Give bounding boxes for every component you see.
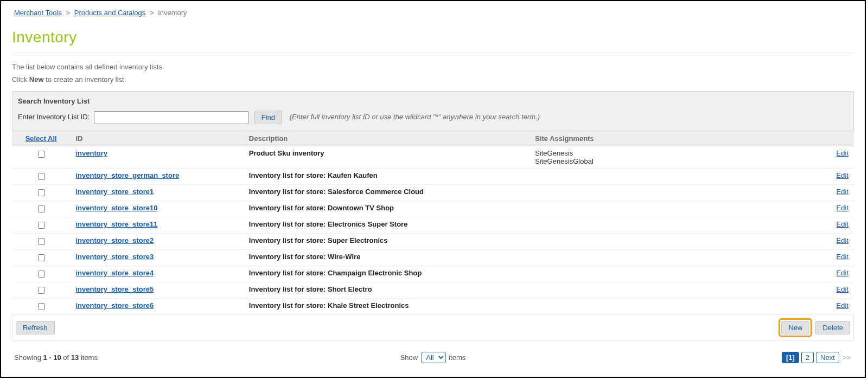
row-select-cell: [12, 217, 70, 234]
row-id-cell: inventory_store_store6: [70, 299, 243, 315]
intro-line2: Click New to create an inventory list.: [12, 75, 854, 83]
select-all-link[interactable]: Select All: [25, 134, 57, 143]
row-edit-cell: Edit: [814, 169, 854, 185]
table-row: inventoryProduct Sku inventorySiteGenesi…: [12, 146, 854, 169]
row-select-checkbox[interactable]: [38, 287, 45, 294]
row-select-checkbox[interactable]: [38, 151, 45, 158]
row-edit-cell: Edit: [814, 201, 854, 217]
row-description: Inventory list for store: Downtown TV Sh…: [244, 201, 529, 217]
edit-link[interactable]: Edit: [837, 171, 848, 179]
inventory-id-link[interactable]: inventory_store_store3: [75, 253, 154, 261]
pager-summary: Showing 1 - 10 of 13 items: [14, 353, 98, 362]
edit-link[interactable]: Edit: [837, 220, 848, 228]
edit-link[interactable]: Edit: [837, 253, 848, 261]
table-row: inventory_store_store1Inventory list for…: [12, 185, 854, 201]
row-id-cell: inventory_store_store4: [70, 266, 243, 282]
row-edit-cell: Edit: [814, 185, 854, 201]
row-select-cell: [12, 201, 70, 217]
row-id-cell: inventory_store_store1: [70, 185, 243, 201]
row-select-cell: [12, 234, 70, 250]
pager-show: Show All items: [400, 352, 466, 363]
table-row: inventory_store_store11Inventory list fo…: [12, 217, 854, 234]
intro-text: The list below contains all defined inve…: [12, 63, 854, 83]
inventory-id-link[interactable]: inventory: [75, 149, 107, 157]
row-select-checkbox[interactable]: [38, 173, 45, 180]
row-select-checkbox[interactable]: [38, 303, 45, 310]
inventory-id-link[interactable]: inventory_store_store11: [75, 220, 157, 228]
row-description: Inventory list for store: Wire-Wire: [244, 250, 529, 266]
edit-link[interactable]: Edit: [837, 236, 848, 244]
row-edit-cell: Edit: [814, 299, 854, 315]
inventory-id-link[interactable]: inventory_store_german_store: [75, 171, 179, 179]
edit-link[interactable]: Edit: [837, 149, 848, 157]
row-select-cell: [12, 185, 70, 201]
row-site-assignments: [529, 185, 814, 201]
col-header-description: Description: [244, 131, 529, 146]
table-row: inventory_store_store10Inventory list fo…: [12, 201, 854, 217]
row-description: Inventory list for store: Short Electro: [244, 282, 529, 299]
edit-link[interactable]: Edit: [837, 301, 848, 310]
new-button[interactable]: New: [781, 321, 809, 334]
find-button[interactable]: Find: [254, 111, 282, 124]
page-next[interactable]: Next: [816, 352, 839, 363]
inventory-id-link[interactable]: inventory_store_store6: [75, 301, 154, 310]
pager-pages: [1] 2 Next >>: [782, 352, 852, 363]
page-2[interactable]: 2: [801, 352, 814, 363]
page-1[interactable]: [1]: [782, 352, 799, 363]
row-id-cell: inventory_store_store11: [70, 217, 243, 234]
row-edit-cell: Edit: [814, 217, 854, 234]
row-edit-cell: Edit: [814, 250, 854, 266]
inventory-table: Select All ID Description Site Assignmen…: [12, 131, 854, 315]
row-site-assignments: [529, 282, 814, 299]
inventory-id-link[interactable]: inventory_store_store1: [75, 188, 154, 196]
breadcrumb-products-catalogs[interactable]: Products and Catalogs: [74, 9, 146, 17]
intro-line1: The list below contains all defined inve…: [12, 63, 854, 71]
inventory-list-id-input[interactable]: [94, 111, 248, 124]
search-box-title: Search Inventory List: [18, 97, 848, 105]
row-select-checkbox[interactable]: [38, 205, 45, 212]
search-box: Search Inventory List Enter Inventory Li…: [12, 91, 854, 131]
row-select-cell: [12, 250, 70, 266]
row-id-cell: inventory_store_store3: [70, 250, 243, 266]
row-site-assignments: [529, 217, 814, 234]
row-select-checkbox[interactable]: [38, 238, 45, 245]
breadcrumb-merchant-tools[interactable]: Merchant Tools: [14, 9, 62, 17]
inventory-id-link[interactable]: inventory_store_store10: [75, 204, 157, 212]
row-edit-cell: Edit: [814, 234, 854, 250]
inventory-id-link[interactable]: inventory_store_store2: [75, 236, 154, 244]
row-select-checkbox[interactable]: [38, 270, 45, 278]
edit-link[interactable]: Edit: [837, 285, 848, 293]
row-id-cell: inventory_store_store10: [70, 201, 243, 217]
edit-link[interactable]: Edit: [837, 204, 848, 212]
row-site-assignments: [529, 169, 814, 185]
row-select-checkbox[interactable]: [38, 189, 45, 196]
col-header-id: ID: [70, 131, 243, 146]
row-select-cell: [12, 266, 70, 282]
pager-items-label: items: [449, 353, 465, 362]
table-row: inventory_store_store5Inventory list for…: [12, 282, 854, 299]
show-items-select[interactable]: All: [421, 352, 445, 363]
breadcrumb-sep: >: [64, 9, 73, 17]
edit-link[interactable]: Edit: [837, 269, 848, 277]
search-input-label: Enter Inventory List ID:: [18, 113, 90, 121]
page-last-arrow[interactable]: >>: [841, 353, 852, 362]
row-select-checkbox[interactable]: [38, 254, 45, 261]
edit-link[interactable]: Edit: [837, 188, 848, 196]
inventory-id-link[interactable]: inventory_store_store5: [75, 285, 154, 293]
divider: [12, 53, 854, 53]
inventory-id-link[interactable]: inventory_store_store4: [75, 269, 154, 277]
row-description: Inventory list for store: Electronics Su…: [244, 217, 529, 234]
row-select-cell: [12, 169, 70, 185]
row-select-cell: [12, 282, 70, 299]
row-select-checkbox[interactable]: [38, 222, 45, 229]
row-description: Inventory list for store: Kaufen Kaufen: [244, 169, 529, 185]
row-description: Inventory list for store: Super Electron…: [244, 234, 529, 250]
delete-button[interactable]: Delete: [815, 321, 850, 334]
row-edit-cell: Edit: [814, 266, 854, 282]
new-button-highlight: New: [778, 318, 812, 337]
row-site-assignments: [529, 234, 814, 250]
row-id-cell: inventory_store_german_store: [70, 169, 243, 185]
table-row: inventory_store_store4Inventory list for…: [12, 266, 854, 282]
refresh-button[interactable]: Refresh: [16, 321, 55, 334]
table-row: inventory_store_store3Inventory list for…: [12, 250, 854, 266]
